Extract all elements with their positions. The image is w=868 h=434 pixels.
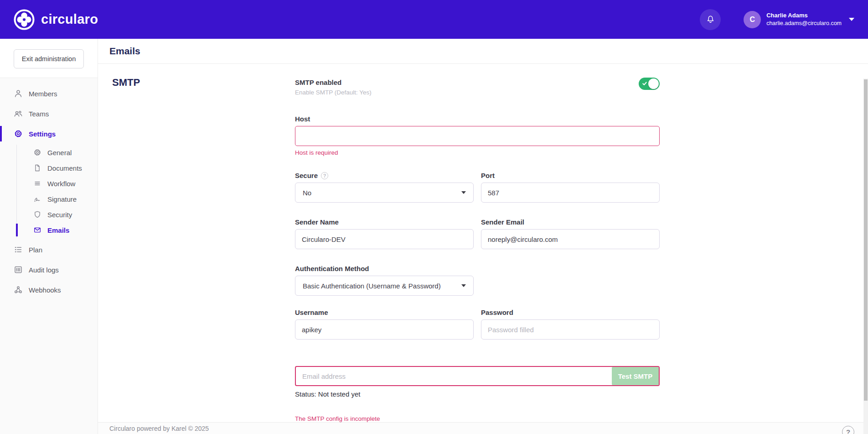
page-header: Emails <box>98 39 868 63</box>
sidebar-item-label: Members <box>29 90 57 98</box>
workflow-icon <box>33 179 41 188</box>
secure-group: Secure ? No <box>295 172 474 203</box>
toggle-knob <box>648 78 659 89</box>
test-email-input[interactable] <box>295 366 660 386</box>
smtp-settings-section: SMTP SMTP enabled Enable SMTP (Default: … <box>98 63 868 422</box>
notifications-button[interactable] <box>700 9 721 30</box>
envelope-icon <box>33 226 41 234</box>
help-button[interactable]: ? <box>842 426 854 434</box>
host-label: Host <box>295 115 660 123</box>
sidebar-item-label: Security <box>47 211 72 219</box>
username-input[interactable] <box>295 319 474 340</box>
sender-name-group: Sender Name <box>295 218 474 249</box>
secure-select[interactable]: No <box>295 183 474 203</box>
check-icon <box>642 81 647 86</box>
sidebar-item-signature[interactable]: Signature <box>17 191 98 207</box>
settings-submenu: General Documents Workflow Signature Sec… <box>16 145 98 238</box>
teams-icon <box>14 109 23 118</box>
sidebar-item-label: Teams <box>29 110 49 118</box>
sidebar-item-label: Emails <box>47 226 69 234</box>
page-title: Emails <box>109 46 140 57</box>
secure-label: Secure <box>295 172 318 179</box>
password-label: Password <box>481 309 513 316</box>
sender-name-input[interactable] <box>295 229 474 249</box>
smtp-enabled-label: SMTP enabled <box>295 78 660 86</box>
sidebar-item-label: Plan <box>29 246 42 254</box>
sidebar-item-teams[interactable]: Teams <box>0 104 98 124</box>
sidebar-item-documents[interactable]: Documents <box>17 160 98 176</box>
sidebar-item-security[interactable]: Security <box>17 207 98 222</box>
sidebar-item-label: Workflow <box>47 180 75 188</box>
port-group: Port <box>481 172 660 203</box>
auth-method-select[interactable]: Basic Authentication (Username & Passwor… <box>295 276 474 296</box>
circularo-logo-icon <box>14 9 35 30</box>
sidebar-item-emails[interactable]: Emails <box>17 222 98 238</box>
signature-icon <box>33 195 41 203</box>
footer: Circularo powered by Karel © 2025 ? <box>98 422 868 434</box>
user-info: Charlie Adams charlie.adams@circularo.co… <box>766 12 842 27</box>
help-icon[interactable]: ? <box>321 172 328 179</box>
brand-name: circularo <box>41 12 98 27</box>
user-name: Charlie Adams <box>766 12 842 20</box>
secure-port-row: Secure ? No Port <box>295 172 660 203</box>
port-label: Port <box>481 172 495 179</box>
scrollbar-thumb[interactable] <box>864 79 868 401</box>
app-header: circularo C Charlie Adams charlie.adams@… <box>0 0 868 39</box>
sender-email-group: Sender Email <box>481 218 660 249</box>
host-input[interactable] <box>295 126 660 146</box>
settings-gear-icon <box>14 129 23 138</box>
user-email: charlie.adams@circularo.com <box>766 20 842 27</box>
sidebar-item-label: Signature <box>47 195 77 203</box>
exit-administration-button[interactable]: Exit administration <box>14 49 84 68</box>
chevron-down-icon <box>461 191 466 194</box>
password-input[interactable] <box>481 319 660 340</box>
brand: circularo <box>14 9 98 30</box>
username-group: Username <box>295 309 474 340</box>
sidebar-item-general[interactable]: General <box>17 145 98 160</box>
sidebar-item-members[interactable]: Members <box>0 84 98 104</box>
smtp-enabled-row: SMTP enabled Enable SMTP (Default: Yes) <box>295 78 660 96</box>
sender-email-label: Sender Email <box>481 218 524 226</box>
main-content: Emails SMTP SMTP enabled Enable SMTP (De… <box>98 39 868 434</box>
sidebar-item-label: Settings <box>29 130 56 138</box>
gear-icon <box>33 148 41 157</box>
sidebar-item-plan[interactable]: Plan <box>0 240 98 260</box>
smtp-form: SMTP enabled Enable SMTP (Default: Yes) … <box>295 64 660 422</box>
test-status: Status: Not tested yet <box>295 390 660 398</box>
credentials-row: Username Password <box>295 309 660 340</box>
chevron-down-icon <box>461 284 466 287</box>
auth-method-group: Authentication Method Basic Authenticati… <box>295 265 474 296</box>
sidebar-item-workflow[interactable]: Workflow <box>17 176 98 191</box>
user-menu[interactable]: C Charlie Adams charlie.adams@circularo.… <box>744 11 854 28</box>
username-label: Username <box>295 309 328 316</box>
scrollbar-track[interactable] <box>863 78 868 434</box>
smtp-enabled-hint: Enable SMTP (Default: Yes) <box>295 89 660 96</box>
avatar: C <box>744 11 761 28</box>
smtp-config-error: The SMTP config is incomplete <box>295 415 660 422</box>
sender-name-label: Sender Name <box>295 218 339 226</box>
sidebar-item-settings[interactable]: Settings <box>0 124 98 144</box>
sender-email-input[interactable] <box>481 229 660 249</box>
bell-icon <box>705 14 716 25</box>
footer-text: Circularo powered by Karel © 2025 <box>109 425 209 432</box>
sidebar-item-label: Webhooks <box>29 286 61 294</box>
test-smtp-button[interactable]: Test SMTP <box>612 367 659 385</box>
sidebar-item-label: General <box>47 149 72 157</box>
sidebar-item-label: Documents <box>47 164 82 172</box>
webhooks-icon <box>14 285 23 294</box>
sidebar-item-audit-logs[interactable]: Audit logs <box>0 260 98 280</box>
smtp-enabled-toggle[interactable] <box>639 78 660 90</box>
sender-row: Sender Name Sender Email <box>295 218 660 249</box>
host-error: Host is required <box>295 149 660 156</box>
members-icon <box>14 89 23 98</box>
admin-sidebar: Exit administration Members Teams Settin… <box>0 39 98 434</box>
sidebar-nav: Members Teams Settings General Documents <box>0 78 98 434</box>
sidebar-item-webhooks[interactable]: Webhooks <box>0 280 98 300</box>
secure-selected-value: No <box>303 189 311 197</box>
shield-icon <box>33 210 41 219</box>
password-group: Password <box>481 309 660 340</box>
exit-administration-area: Exit administration <box>0 39 98 78</box>
auth-method-label: Authentication Method <box>295 265 369 272</box>
audit-logs-icon <box>14 265 23 274</box>
port-input[interactable] <box>481 183 660 203</box>
